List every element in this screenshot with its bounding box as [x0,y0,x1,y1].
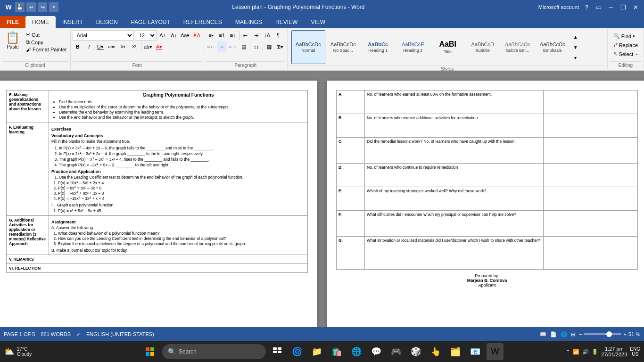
italic-button[interactable]: I [84,41,94,52]
focus-icon[interactable]: ⊞ [571,331,575,337]
multilevel-button[interactable]: ≡↕ [228,30,238,41]
subscript-button[interactable]: X₂ [118,41,128,52]
tab-home[interactable]: HOME [25,16,56,28]
tab-file[interactable]: FILE [0,16,25,28]
text-highlight-button[interactable]: ab▾ [143,41,153,52]
zoom-thumb[interactable] [606,331,612,337]
font-size-dropdown[interactable]: 12 [135,30,157,41]
style-no-space[interactable]: AaBbCcDc No Spac... [326,30,360,64]
paste-button[interactable]: 📋 Paste [2,30,24,50]
bullets-button[interactable]: ≡• [206,30,216,41]
file-manager-button[interactable]: 🗂️ [447,343,464,360]
help-button[interactable]: ? [582,2,591,12]
select-button[interactable]: ↖ Select ~ [611,50,640,58]
styles-scroll-down[interactable]: ▼ [572,42,579,52]
align-center-button[interactable]: ≡ [217,41,227,52]
table-row: VI. REFLECTION [7,264,308,273]
language[interactable]: ENGLISH (UNITED STATES) [86,331,154,337]
align-left-button[interactable]: ≡← [206,41,216,52]
numbering-button[interactable]: ≡1 [217,30,227,41]
minimize-button[interactable]: ─ [606,2,616,12]
tab-mailings[interactable]: MAILINGS [229,16,269,28]
tab-insert[interactable]: INSERT [56,16,90,28]
tab-review[interactable]: REVIEW [269,16,304,28]
increase-indent-button[interactable]: ⇥ [251,30,262,41]
tab-design[interactable]: DESIGN [90,16,124,28]
volume-icon[interactable]: 🔊 [582,349,589,355]
chrome-button[interactable]: 🌐 [348,343,365,360]
teams-button[interactable]: 💬 [368,343,385,360]
editing-controls: 🔍 Find ▾ ⇄ Replace ↖ Select ~ [610,30,642,60]
start-button[interactable] [140,342,159,361]
web-layout-icon[interactable]: 🌐 [561,331,567,337]
spell-check-icon[interactable]: ✓ [76,331,81,337]
zoom-in-button[interactable]: + [623,331,626,337]
word-taskbar-button[interactable]: W [487,343,504,360]
task-view-button[interactable] [269,343,286,360]
file-explorer-button[interactable]: 📁 [308,343,325,360]
restore-button[interactable]: ❐ [619,2,628,12]
decrease-indent-button[interactable]: ⇤ [240,30,251,41]
superscript-button[interactable]: X² [129,41,140,52]
language-indicator[interactable]: ENG US [630,346,640,357]
edge-button[interactable]: 🌀 [289,343,305,360]
increase-font-button[interactable]: A↑ [157,30,168,41]
cut-button[interactable]: ✂ Cut [25,31,68,38]
styles-more[interactable]: ▾ [572,52,579,63]
undo-button[interactable]: ↩ [26,2,36,12]
microsoft-account[interactable]: Microsoft account [538,4,579,10]
tab-view[interactable]: VIEW [304,16,332,28]
taskbar-left: ⛅ 27°C Cloudy [4,346,32,357]
zoom-slider[interactable] [584,333,621,335]
ribbon-display-button[interactable]: ▭ [594,2,603,12]
read-mode-icon[interactable]: 📖 [540,331,546,337]
print-layout-icon[interactable]: 📄 [550,331,557,337]
style-title[interactable]: AaBI Title [431,30,465,64]
style-subtitle[interactable]: AaBbCcD Subtitle [466,30,500,64]
battery-icon[interactable]: 🔋 [592,349,598,355]
decrease-font-button[interactable]: A↓ [169,30,179,41]
tab-references[interactable]: REFERENCES [177,16,229,28]
font-color-button[interactable]: A▾ [154,41,165,52]
line-spacing-button[interactable]: ↕↕ [251,41,262,52]
copy-button[interactable]: ⧉ Copy [25,39,68,46]
mario-button[interactable]: 🎮 [388,343,405,360]
up-arrow-icon[interactable]: ⌃ [566,349,570,355]
style-heading1[interactable]: AaBbCc Heading 1 [361,30,395,64]
style-subtle-em[interactable]: AaBbCcDc Subtle Em... [501,30,535,64]
network-icon[interactable]: 📶 [573,349,579,355]
style-heading2[interactable]: AaBbCcE Heading 2 [396,30,430,64]
change-case-button[interactable]: Aa▾ [180,30,190,41]
align-right-button[interactable]: ≡→ [228,41,238,52]
close-button[interactable]: ✕ [631,2,640,12]
time-display[interactable]: 1:27 pm 27/01/2023 [601,346,627,357]
borders-button[interactable]: ⊞▾ [275,41,285,52]
search-bar[interactable]: 🔍 [162,344,266,359]
replace-button[interactable]: ⇄ Replace [611,41,640,49]
customize-button[interactable]: ▾ [49,2,58,12]
show-hide-button[interactable]: ¶ [273,30,283,41]
tab-page-layout[interactable]: PAGE LAYOUT [124,16,177,28]
style-normal[interactable]: AaBbCcDc Normal [291,30,325,64]
styles-scroll-up[interactable]: ▲ [572,32,579,42]
shading-button[interactable]: ▦ [264,41,274,52]
bold-button[interactable]: B [73,41,83,52]
justify-button[interactable]: ▤ [239,41,249,52]
sort-button[interactable]: ↕A [262,30,272,41]
touch-button[interactable]: 👆 [427,343,444,360]
find-button[interactable]: 🔍 Find ▾ [611,32,640,40]
font-name-dropdown[interactable]: Arial [73,30,134,41]
mail-button[interactable]: 📧 [467,343,484,360]
store-button[interactable]: 🛍️ [328,343,345,360]
underline-button[interactable]: U▾ [95,41,106,52]
strikethrough-button[interactable]: abc [107,41,117,52]
format-painter-button[interactable]: 🖌 Format Painter [25,46,68,53]
redo-button[interactable]: ↪ [38,2,47,12]
game-button[interactable]: 🎲 [407,343,424,360]
zoom-out-button[interactable]: − [579,331,582,337]
clear-format-button[interactable]: ✗A [191,30,202,41]
save-button[interactable]: 💾 [15,2,25,12]
clipboard-group: 📋 Paste ✂ Cut ⧉ Copy 🖌 Format Painter [0,29,71,69]
search-input[interactable] [179,348,260,355]
style-emphasis[interactable]: AaBbCcDc Emphasis [536,30,570,64]
